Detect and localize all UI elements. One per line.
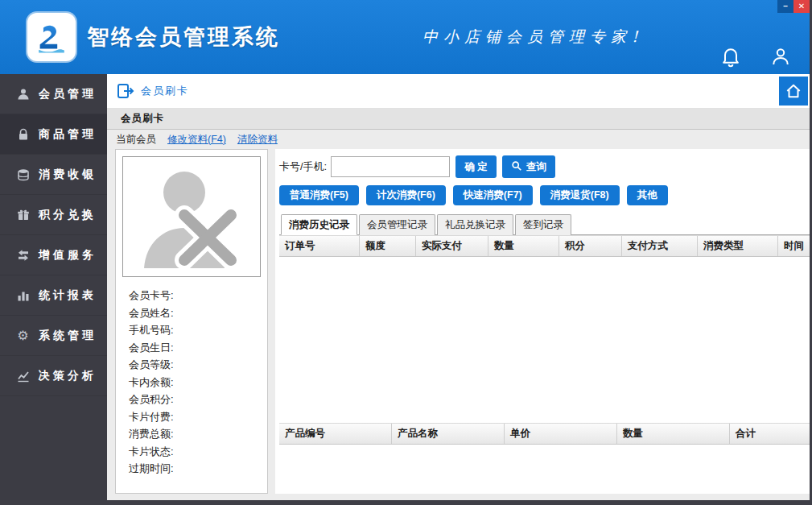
clear-info-link[interactable]: 清除资料 xyxy=(237,133,278,147)
work-panel: 卡号/手机: 确 定 查询 普通消 xyxy=(275,149,810,494)
col-product-code: 产品编号 xyxy=(279,424,392,444)
field-birthday: 会员生日: xyxy=(129,339,261,357)
magnifier-icon xyxy=(511,160,522,174)
col-total: 合计 xyxy=(730,424,810,444)
quick-consume-button[interactable]: 快速消费(F7) xyxy=(453,185,533,205)
sidebar-item-products[interactable]: 商品管理 xyxy=(0,114,107,155)
sidebar-item-label: 积分兑换 xyxy=(39,208,97,222)
card-search-input[interactable] xyxy=(331,156,450,177)
confirm-button[interactable]: 确 定 xyxy=(455,155,496,178)
sidebar-item-label: 商品管理 xyxy=(39,127,97,142)
bar-chart-icon xyxy=(16,288,30,302)
col-actual-paid: 实际支付 xyxy=(416,236,488,256)
tab-consume-history[interactable]: 消费历史记录 xyxy=(281,214,357,235)
field-member-level: 会员等级: xyxy=(129,356,261,374)
window-controls: – ✕ xyxy=(777,0,810,13)
normal-consume-button[interactable]: 普通消费(F5) xyxy=(279,185,359,205)
tab-member-swipe[interactable]: 会员刷卡 xyxy=(121,112,164,126)
col-product-name: 产品名称 xyxy=(392,424,505,444)
sidebar-item-members[interactable]: 会员管理 xyxy=(0,74,107,114)
col-consume-type: 消费类型 xyxy=(698,236,778,256)
sidebar-item-label: 统计报表 xyxy=(39,288,97,303)
app-title: 智络会员管理系统 xyxy=(87,23,280,52)
current-member-row: 当前会员 修改资料(F4) 清除资料 xyxy=(107,130,810,149)
tab-checkin-records[interactable]: 签到记录 xyxy=(515,214,571,235)
sidebar-item-cashier[interactable]: 消费收银 xyxy=(0,155,107,195)
app-logo-icon xyxy=(27,13,76,61)
record-tabs: 消费历史记录 会员管理记录 礼品兑换记录 签到记录 xyxy=(279,213,810,235)
field-card-payment: 卡片付费: xyxy=(129,408,261,426)
history-table-body xyxy=(279,257,810,423)
col-unit-price: 单价 xyxy=(505,424,617,444)
sidebar-item-services[interactable]: 增值服务 xyxy=(0,235,107,275)
tab-gift-exchange-records[interactable]: 礼品兑换记录 xyxy=(437,214,513,235)
gear-icon: ⚙ xyxy=(16,329,30,342)
member-fields-list: 会员卡号: 会员姓名: 手机号码: 会员生日: 会员等级: 卡内余额: 会员积分… xyxy=(129,287,261,478)
swipe-card-icon xyxy=(117,82,134,100)
field-expire-time: 过期时间: xyxy=(129,460,261,478)
product-table-header: 产品编号 产品名称 单价 数量 合计 xyxy=(279,423,810,445)
line-chart-icon xyxy=(16,369,30,383)
sidebar-item-label: 决策分析 xyxy=(39,369,97,383)
field-card-status: 卡片状态: xyxy=(129,443,261,461)
field-phone-number: 手机号码: xyxy=(129,321,261,339)
breadcrumb-bar: 会员刷卡 xyxy=(107,74,810,109)
sidebar-item-label: 增值服务 xyxy=(39,248,97,263)
app-header: 智络会员管理系统 中小店铺会员管理专家! – ✕ xyxy=(0,0,810,74)
refund-button[interactable]: 消费退货(F8) xyxy=(540,185,620,205)
count-consume-button[interactable]: 计次消费(F6) xyxy=(366,185,446,205)
other-button[interactable]: 其他 xyxy=(627,185,668,205)
col-amount: 额度 xyxy=(360,236,416,256)
gift-icon xyxy=(16,208,30,221)
card-search-label: 卡号/手机: xyxy=(279,159,327,174)
app-slogan: 中小店铺会员管理专家! xyxy=(422,27,644,48)
close-button[interactable]: ✕ xyxy=(793,0,810,13)
sidebar-item-label: 消费收银 xyxy=(39,168,97,182)
field-card-number: 会员卡号: xyxy=(129,287,261,304)
query-button[interactable]: 查询 xyxy=(502,155,555,178)
sidebar-item-system[interactable]: ⚙ 系统管理 xyxy=(0,316,107,356)
main-area: 会员刷卡 会员刷卡 当前会员 修改资料(F4) 清除资料 xyxy=(107,74,810,500)
field-member-points: 会员积分: xyxy=(129,391,261,408)
field-member-name: 会员姓名: xyxy=(129,304,261,322)
sidebar-item-label: 系统管理 xyxy=(39,329,97,343)
user-account-icon[interactable] xyxy=(769,45,792,68)
tab-member-records[interactable]: 会员管理记录 xyxy=(359,214,435,235)
sidebar-item-reports[interactable]: 统计报表 xyxy=(0,275,107,316)
field-card-balance: 卡内余额: xyxy=(129,374,261,391)
home-icon[interactable] xyxy=(779,77,808,106)
lock-icon xyxy=(16,127,30,141)
field-total-consumption: 消费总额: xyxy=(129,425,261,443)
current-member-label: 当前会员 xyxy=(116,133,156,147)
breadcrumb: 会员刷卡 xyxy=(141,84,189,98)
col-product-quantity: 数量 xyxy=(617,424,730,444)
member-info-panel: 会员卡号: 会员姓名: 手机号码: 会员生日: 会员等级: 卡内余额: 会员积分… xyxy=(115,149,268,494)
col-points: 积分 xyxy=(559,236,622,256)
col-quantity: 数量 xyxy=(488,236,559,256)
consume-actions-row: 普通消费(F5) 计次消费(F6) 快速消费(F7) 消费退货(F8) 其他 xyxy=(279,185,810,205)
notification-bell-icon[interactable] xyxy=(719,45,742,68)
col-payment-method: 支付方式 xyxy=(622,236,698,256)
col-order-number: 订单号 xyxy=(279,236,360,256)
sidebar-item-points[interactable]: 积分兑换 xyxy=(0,195,107,235)
member-photo-placeholder xyxy=(122,156,261,277)
app-window: 智络会员管理系统 中小店铺会员管理专家! – ✕ xyxy=(0,0,812,505)
sidebar-item-label: 会员管理 xyxy=(39,87,97,101)
sidebar-nav: 会员管理 商品管理 xyxy=(0,74,107,500)
col-time: 时间 xyxy=(778,236,810,256)
coins-icon xyxy=(16,168,30,181)
product-table-body xyxy=(279,445,810,494)
page-tabstrip: 会员刷卡 xyxy=(107,109,810,130)
history-table-header: 订单号 额度 实际支付 数量 积分 支付方式 消费类型 时间 xyxy=(279,235,810,257)
exchange-arrows-icon xyxy=(16,248,30,262)
card-search-row: 卡号/手机: 确 定 查询 xyxy=(279,155,810,178)
modify-info-link[interactable]: 修改资料(F4) xyxy=(167,133,226,147)
user-icon xyxy=(16,87,30,101)
minimize-button[interactable]: – xyxy=(777,0,793,13)
sidebar-item-analysis[interactable]: 决策分析 xyxy=(0,356,107,396)
